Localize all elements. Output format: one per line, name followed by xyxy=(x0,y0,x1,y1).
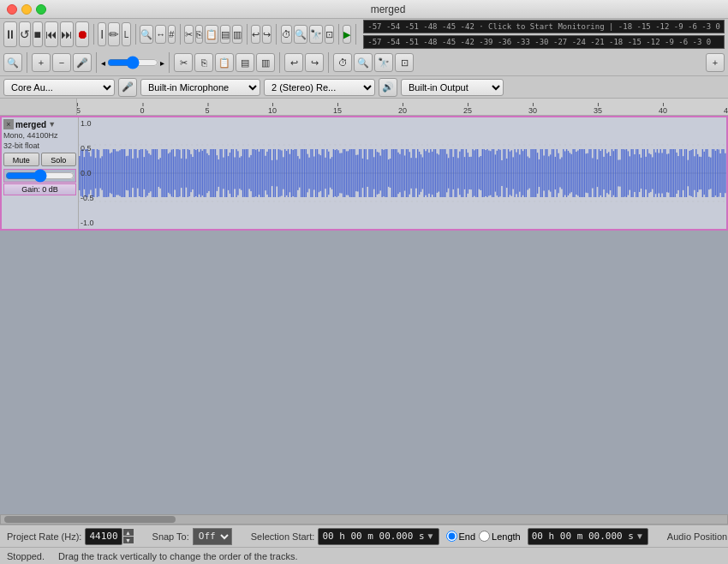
speaker-icon-button[interactable]: 🔊 xyxy=(379,78,397,97)
svg-rect-218 xyxy=(425,151,426,195)
svg-rect-290 xyxy=(542,149,543,197)
mic-button[interactable]: 🎤 xyxy=(73,53,92,72)
svg-rect-258 xyxy=(490,151,491,195)
redo2-button[interactable]: ↪ xyxy=(305,53,324,72)
track-close-button[interactable]: × xyxy=(3,119,14,129)
svg-rect-66 xyxy=(179,150,180,197)
fit-button[interactable]: ⊡ xyxy=(325,25,334,44)
microphone-select[interactable]: Built-in Microphone xyxy=(140,79,260,96)
maximize-button[interactable] xyxy=(36,4,46,15)
silence-button[interactable]: ▥ xyxy=(232,25,242,44)
ffwd-button[interactable]: ⏭ xyxy=(60,21,74,47)
cut-button[interactable]: ✂ xyxy=(184,25,194,44)
redo-button[interactable]: ↪ xyxy=(262,25,272,44)
meter-top[interactable]: -57 -54 -51 -48 -45 -42 · Click to Start… xyxy=(363,20,725,33)
gain-slider-input[interactable] xyxy=(107,57,158,68)
svg-rect-28 xyxy=(117,151,118,195)
plus-button[interactable]: + xyxy=(32,53,51,72)
svg-rect-95 xyxy=(226,149,227,197)
effect4-button[interactable]: ▤ xyxy=(236,53,254,72)
gain-range-input[interactable] xyxy=(5,171,75,180)
effect3-button[interactable]: 📋 xyxy=(215,53,234,72)
loop-button[interactable]: ↺ xyxy=(19,21,31,47)
sync-button[interactable]: ⏱ xyxy=(281,25,292,44)
svg-rect-201 xyxy=(397,153,398,194)
horizontal-scrollbar[interactable] xyxy=(0,514,728,525)
stop-button[interactable]: ■ xyxy=(33,21,43,47)
gain-label[interactable]: Gain: 0 dB xyxy=(3,183,76,195)
svg-rect-21 xyxy=(106,149,107,197)
effect1-button[interactable]: ✂ xyxy=(174,53,193,72)
track-waveform[interactable]: 1.0 0.5 0.0 -0.5 -1.0 xyxy=(79,117,726,229)
zoom-normal-button[interactable]: 🔍 xyxy=(294,25,307,44)
selection-start-dropdown[interactable]: ▼ xyxy=(427,531,435,541)
svg-rect-234 xyxy=(451,149,452,197)
multi-button[interactable]: # xyxy=(168,25,175,44)
mic-icon-button[interactable]: 🎤 xyxy=(118,78,137,97)
trim-button[interactable]: ▤ xyxy=(220,25,230,44)
svg-rect-219 xyxy=(427,149,427,197)
svg-rect-372 xyxy=(675,149,676,197)
zoom3-button[interactable]: 🔭 xyxy=(374,53,393,72)
project-rate-spinner[interactable]: ▲ ▼ xyxy=(123,529,134,543)
end-radio[interactable] xyxy=(446,531,457,542)
svg-rect-374 xyxy=(677,156,678,190)
scrollbar-thumb[interactable] xyxy=(4,516,176,523)
selection-start-value: 00 h 00 m 00.000 s xyxy=(322,531,424,542)
zoom-in-button[interactable]: 🔍 xyxy=(140,25,153,44)
zoom-tool-button[interactable]: L xyxy=(122,22,130,46)
fit2-button[interactable]: ⊡ xyxy=(395,53,414,72)
svg-rect-309 xyxy=(572,149,573,197)
paste-button[interactable]: 📋 xyxy=(205,25,218,44)
plus2-button[interactable]: + xyxy=(706,53,725,72)
svg-rect-17 xyxy=(100,158,101,188)
effect2-button[interactable]: ⎘ xyxy=(194,53,213,72)
search-button[interactable]: 🔍 xyxy=(3,53,22,72)
core-audio-select[interactable]: Core Au... xyxy=(3,79,115,96)
svg-rect-383 xyxy=(692,149,693,197)
svg-rect-61 xyxy=(171,150,172,197)
svg-rect-144 xyxy=(306,149,307,197)
close-button[interactable] xyxy=(7,4,17,15)
select-tool-button[interactable]: I xyxy=(98,22,106,46)
svg-rect-227 xyxy=(439,149,440,197)
rate-down-button[interactable]: ▼ xyxy=(123,537,134,543)
svg-rect-264 xyxy=(499,150,500,197)
length-radio-option[interactable]: Length xyxy=(479,531,521,542)
output-select[interactable]: Built-in Output xyxy=(401,79,504,96)
selection-end-dropdown[interactable]: ▼ xyxy=(636,531,644,541)
svg-rect-286 xyxy=(535,149,536,197)
copy-button[interactable]: ⎘ xyxy=(195,25,203,44)
snap-to-select[interactable]: Off xyxy=(193,528,232,545)
end-radio-option[interactable]: End xyxy=(446,531,476,542)
rate-up-button[interactable]: ▲ xyxy=(123,529,134,536)
svg-rect-73 xyxy=(190,154,191,192)
rewind-button[interactable]: ⏮ xyxy=(45,21,58,47)
effect5-button[interactable]: ▥ xyxy=(256,53,275,72)
envelope-tool-button[interactable]: ✏ xyxy=(108,22,120,46)
svg-rect-305 xyxy=(566,149,567,197)
record-button[interactable]: ⏺ xyxy=(75,21,89,47)
svg-rect-332 xyxy=(610,156,611,190)
minus-button[interactable]: − xyxy=(52,53,71,72)
play-green-button[interactable]: ▶ xyxy=(343,25,351,44)
meter-bottom[interactable]: -57 -54 -51 -48 -45 -42 -39 -36 -33 -30 … xyxy=(363,35,725,49)
svg-rect-37 xyxy=(132,159,133,188)
undo-button[interactable]: ↩ xyxy=(251,25,260,44)
stereo-select[interactable]: 2 (Stereo) Re... xyxy=(264,79,375,96)
zoom-out-button[interactable]: 🔭 xyxy=(309,25,323,44)
svg-rect-22 xyxy=(108,149,109,196)
svg-rect-259 xyxy=(492,149,492,197)
svg-rect-239 xyxy=(459,152,460,195)
time-button[interactable]: ⏱ xyxy=(333,53,352,72)
pause-button[interactable]: ⏸ xyxy=(3,21,17,47)
minimize-button[interactable] xyxy=(21,4,32,15)
length-radio[interactable] xyxy=(479,531,490,542)
zoom2-button[interactable]: 🔍 xyxy=(354,53,373,72)
undo2-button[interactable]: ↩ xyxy=(284,53,303,72)
mute-button[interactable]: Mute xyxy=(3,153,39,166)
track-dropdown-icon[interactable]: ▼ xyxy=(48,120,56,129)
solo-button[interactable]: Solo xyxy=(41,153,77,166)
pan-button[interactable]: ↔ xyxy=(155,25,166,44)
svg-rect-389 xyxy=(702,149,703,197)
